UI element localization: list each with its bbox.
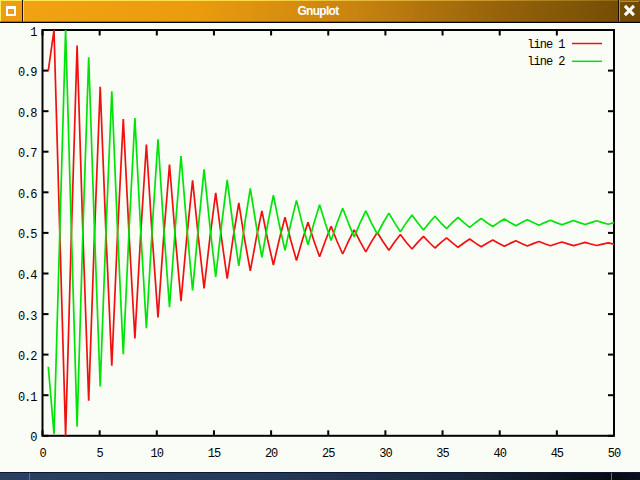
svg-text:0: 0: [39, 447, 46, 461]
svg-text:0.4: 0.4: [18, 269, 37, 283]
svg-text:1: 1: [30, 26, 37, 40]
svg-text:0.2: 0.2: [18, 350, 37, 364]
svg-text:line 1: line 1: [527, 38, 565, 52]
svg-text:0.6: 0.6: [18, 188, 37, 202]
svg-text:0.3: 0.3: [18, 310, 37, 324]
svg-text:30: 30: [379, 447, 392, 461]
svg-text:5: 5: [97, 447, 104, 461]
svg-text:20: 20: [265, 447, 278, 461]
svg-text:0.5: 0.5: [18, 228, 37, 242]
svg-text:0.7: 0.7: [18, 147, 37, 161]
svg-text:0.1: 0.1: [18, 391, 37, 405]
svg-text:40: 40: [493, 447, 506, 461]
svg-text:line 2: line 2: [527, 55, 565, 69]
svg-text:25: 25: [322, 447, 335, 461]
svg-text:15: 15: [208, 447, 221, 461]
svg-text:50: 50: [608, 447, 621, 461]
svg-text:45: 45: [551, 447, 564, 461]
svg-text:0.8: 0.8: [18, 107, 37, 121]
svg-text:10: 10: [151, 447, 164, 461]
svg-text:35: 35: [436, 447, 449, 461]
svg-text:0.9: 0.9: [18, 66, 37, 80]
svg-text:0: 0: [30, 431, 37, 445]
